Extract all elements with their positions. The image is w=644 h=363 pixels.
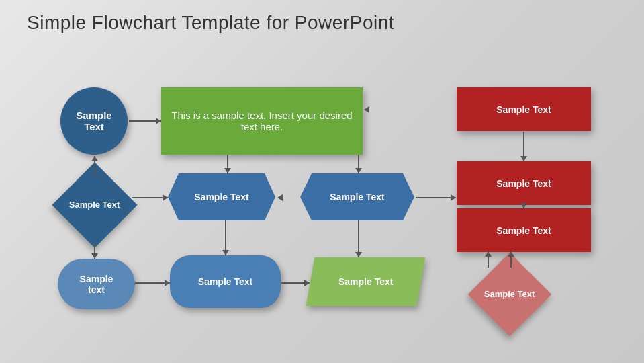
hex-blue-2-label: Sample Text [330, 192, 384, 202]
hex-blue-1-label: Sample Text [194, 192, 248, 202]
blue-diamond-label: Sample Text [69, 200, 120, 211]
arrow-rounded-para [281, 282, 310, 284]
hex-blue-2-shape: Sample Text [300, 173, 414, 220]
arrow-pink-diamond-up-left [488, 251, 489, 268]
circle-label: Sample Text [76, 110, 111, 132]
pink-diamond-label: Sample Text [484, 288, 535, 300]
arrow-hex1-rounded [225, 220, 226, 255]
rounded-blue-shape: Sample Text [170, 255, 281, 308]
green-rect-shape: This is a sample text. Insert your desir… [161, 87, 363, 155]
red-rect-1-label: Sample Text [496, 104, 551, 115]
pink-diamond-wrap: Sample Text [474, 259, 545, 329]
arrow-pink-diamond-up-right [510, 251, 512, 268]
circle-shape: Sample Text [60, 87, 128, 155]
oval-blue-shape: Sample text [58, 259, 135, 309]
pink-diamond-shape: Sample Text [467, 252, 551, 335]
arrow-diamond-hex1 [132, 197, 168, 198]
page-title: Simple Flowchart Template for PowerPoint [27, 12, 394, 34]
red-rect-2-label: Sample Text [496, 178, 551, 189]
arrow-hex2-right [416, 197, 456, 198]
arrow-red2-red3 [523, 205, 524, 208]
arrow-green-down [227, 155, 228, 173]
parallelogram-green-shape: Sample Text [306, 257, 426, 306]
red-rect-3-label: Sample Text [496, 225, 551, 236]
green-rect-label: This is a sample text. Insert your desir… [168, 110, 356, 132]
red-rect-3-shape: Sample Text [457, 208, 591, 252]
arrow-hex2-para [358, 220, 359, 257]
blue-diamond-wrap: Sample Text [58, 168, 132, 242]
arrow-oval-rounded [135, 282, 170, 284]
arrow-green-down-2 [358, 155, 359, 173]
arrow-diamond-oval [94, 242, 95, 259]
red-rect-1-shape: Sample Text [457, 87, 591, 131]
parallelogram-green-label: Sample Text [338, 276, 393, 287]
hex-blue-1-shape: Sample Text [168, 173, 275, 220]
arrow-red1-red2 [523, 132, 524, 161]
arrow-diamond-up [94, 156, 95, 175]
blue-diamond-shape: Sample Text [52, 162, 137, 247]
rounded-blue-label: Sample Text [198, 276, 252, 287]
arrow-circle-to-green [129, 120, 161, 122]
red-rect-2-shape: Sample Text [457, 161, 591, 205]
oval-blue-label: Sample text [80, 274, 113, 295]
